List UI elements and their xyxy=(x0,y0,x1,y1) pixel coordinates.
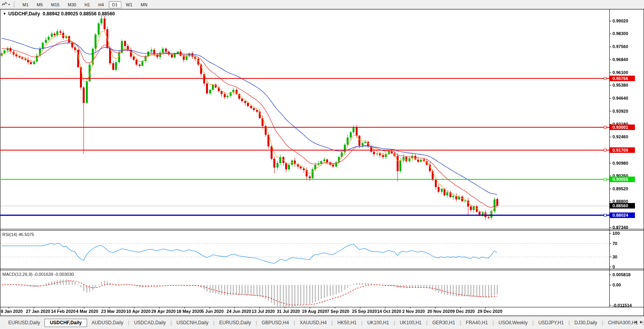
tab-usdjpy-h1[interactable]: USDJPY,H1 xyxy=(534,319,568,327)
toolbar-grip[interactable] xyxy=(14,2,15,7)
chart-cursor-icon[interactable] xyxy=(2,2,7,7)
tab-audusd-daily[interactable]: AUDUSD,Daily xyxy=(87,319,128,327)
tab-eurusd-daily[interactable]: EURUSD,Daily xyxy=(4,319,45,327)
tab-xauusd-h4[interactable]: XAUUSD,H4 xyxy=(295,319,331,327)
chevron-down-icon[interactable]: ▾ xyxy=(8,3,10,6)
chart-canvas[interactable] xyxy=(0,9,644,316)
tab-fra40-h1[interactable]: FRA40,H1 xyxy=(462,319,492,327)
tab-dj30-daily[interactable]: DJ30,Daily xyxy=(570,319,601,327)
macd-label: MACD(12,26,9) xyxy=(2,272,32,277)
timeframe-toolbar: ▾ M1M5M15M30H1H4D1W1MN xyxy=(0,0,644,9)
chart-ohlc-values: 0.88942 0.89025 0.88556 0.88560 xyxy=(43,11,115,17)
timeframe-buttons: M1M5M15M30H1H4D1W1MN xyxy=(19,1,152,8)
collapse-triangle-icon[interactable]: ▼ xyxy=(3,12,6,16)
chart-header: ▼USDCHF,Daily 0.88942 0.89025 0.88556 0.… xyxy=(3,11,115,17)
rsi-header: RSI(14) 46.5075 xyxy=(2,232,34,237)
timeframe-button-m15[interactable]: M15 xyxy=(48,1,63,8)
tab-scroll-left-icon[interactable]: ◀ xyxy=(634,320,637,324)
tab-ger30-h1[interactable]: GER30,H1 xyxy=(428,319,459,327)
timeframe-button-m5[interactable]: M5 xyxy=(33,1,46,8)
chart-tabs: EURUSD,DailyUSDCHF,DailyAUDUSD,Daily|USD… xyxy=(0,316,644,327)
timeframe-button-m30[interactable]: M30 xyxy=(64,1,80,8)
timeframe-button-m1[interactable]: M1 xyxy=(19,1,32,8)
timeframe-button-h4[interactable]: H4 xyxy=(95,1,107,8)
rsi-label: RSI(14) xyxy=(2,232,17,237)
macd-values: -0.001639 -0.003030 xyxy=(33,272,74,277)
timeframe-button-mn[interactable]: MN xyxy=(137,1,151,8)
tab-uk100-h1[interactable]: UK100,H1 xyxy=(395,319,426,327)
timeframe-button-w1[interactable]: W1 xyxy=(122,1,136,8)
tab-usdchf-daily[interactable]: USDCHF,Daily xyxy=(45,319,87,327)
mt4-terminal: { "toolbar": { "timeframes": ["M1","M5",… xyxy=(0,0,644,329)
chart-window: ▼USDCHF,Daily 0.88942 0.89025 0.88556 0.… xyxy=(0,9,644,316)
rsi-value: 46.5075 xyxy=(19,232,34,237)
macd-header: MACD(12,26,9) -0.001639 -0.003030 xyxy=(2,272,74,277)
tab-uk100-h1[interactable]: UK100,H1 xyxy=(363,319,393,327)
timeframe-button-d1[interactable]: D1 xyxy=(109,1,121,8)
tab-usoil-weekly[interactable]: USOil,Weekly xyxy=(494,319,532,327)
tab-usdcnh-daily[interactable]: USDCNH,Daily xyxy=(172,319,213,327)
tab-eurusd-daily[interactable]: EURUSD,Daily xyxy=(215,319,255,327)
chart-tab-bar: EURUSD,DailyUSDCHF,DailyAUDUSD,Daily|USD… xyxy=(0,316,644,329)
chart-symbol-label: USDCHF,Daily xyxy=(8,11,40,17)
tab-scroll-arrows: ◀ ▶ xyxy=(634,320,643,324)
tab-hk50-h1[interactable]: HK50,H1 xyxy=(333,319,361,327)
timeframe-button-h1[interactable]: H1 xyxy=(81,1,93,8)
tab-scroll-right-icon[interactable]: ▶ xyxy=(640,320,643,324)
tab-usdcad-daily[interactable]: USDCAD,Daily xyxy=(130,319,170,327)
tab-gbpusd-h4[interactable]: GBPUSD,H4 xyxy=(257,319,293,327)
